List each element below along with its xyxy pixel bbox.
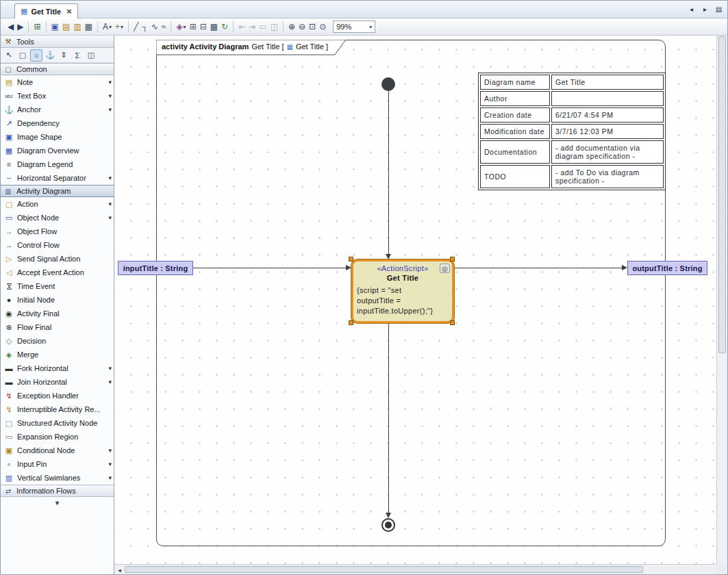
palette-item-note[interactable]: ▤Note▾ xyxy=(1,75,114,89)
dropdown-arrow-icon[interactable]: ▾ xyxy=(106,461,112,468)
palette-item-accept-event-action[interactable]: ◁Accept Event Action xyxy=(1,266,114,279)
palette-item-diagram-legend[interactable]: ≡Diagram Legend xyxy=(1,157,114,171)
palette-item-time-event[interactable]: ⋈Time Event xyxy=(1,279,114,293)
dropdown-arrow-icon[interactable]: ▾ xyxy=(106,365,112,372)
palette-item-object-flow[interactable]: →Object Flow xyxy=(1,225,114,238)
activity-final-node[interactable] xyxy=(381,518,395,532)
palette-item-image-shape[interactable]: ▣Image Shape xyxy=(1,130,114,144)
palette-item-interruptible-activity-re[interactable]: ↯Interruptible Activity Re... xyxy=(1,402,114,416)
sum-tool-button[interactable]: Σ xyxy=(71,49,84,62)
palette-item-fork-horizontal[interactable]: ▬Fork Horizontal▾ xyxy=(1,361,114,375)
horizontal-scrollbar[interactable]: ◂ xyxy=(114,564,716,574)
palette-item-activity-final[interactable]: ◉Activity Final xyxy=(1,307,114,320)
make-same-width-button[interactable]: ⇤ xyxy=(237,20,247,34)
dropdown-arrow-icon[interactable]: ▾ xyxy=(106,175,112,181)
palette-item-conditional-node[interactable]: ▣Conditional Node▾ xyxy=(1,444,114,457)
add-shape-button[interactable]: +▾ xyxy=(114,20,125,34)
palette-item-diagram-overview[interactable]: ▦Diagram Overview xyxy=(1,144,114,157)
zoom-level-select[interactable]: 99% ▾ xyxy=(333,21,375,33)
zoom-in-button[interactable]: ⊕ xyxy=(287,20,297,34)
make-same-height-button[interactable]: ⇥ xyxy=(247,20,257,34)
palette-item-input-pin[interactable]: ▫Input Pin▾ xyxy=(1,457,114,471)
dropdown-arrow-icon[interactable]: ▾ xyxy=(106,379,112,385)
scroll-left-icon[interactable]: ◂ xyxy=(115,565,124,574)
dropdown-arrow-icon[interactable]: ▾ xyxy=(106,106,112,113)
copy-button[interactable]: ▣ xyxy=(50,20,60,34)
scroll-tabs-left-button[interactable]: ◂ xyxy=(686,4,696,14)
action-node-get-title[interactable]: ◎ «ActionScript» Get Title {script = "se… xyxy=(351,259,454,323)
shadow-button[interactable]: ▩ xyxy=(209,20,219,34)
swimlane-tool-button[interactable]: ◫ xyxy=(85,49,97,62)
selection-handle[interactable] xyxy=(450,257,455,261)
snap-to-grid-button[interactable]: ⊟ xyxy=(199,20,208,34)
palette-item-send-signal-action[interactable]: ▷Send Signal Action xyxy=(1,252,114,266)
zoom-out-button[interactable]: ⊖ xyxy=(297,20,307,34)
tab-close-icon[interactable]: × xyxy=(66,6,72,16)
palette-item-exception-handler[interactable]: ↯Exception Handler xyxy=(1,389,114,402)
make-same-size-button[interactable]: ▭ xyxy=(258,20,268,34)
vertical-scroll-thumb[interactable] xyxy=(718,36,726,353)
palette-item-object-node[interactable]: ▭Object Node▾ xyxy=(1,211,114,225)
chevron-down-icon[interactable]: ▾ xyxy=(184,24,186,30)
output-pin-label[interactable]: outputTitle : String xyxy=(627,261,707,275)
zoom-fit-button[interactable]: ⊡ xyxy=(307,20,317,34)
dropdown-arrow-icon[interactable]: ▾ xyxy=(106,214,112,221)
selection-handle[interactable] xyxy=(450,320,455,325)
curved-line-button[interactable]: ∿ xyxy=(150,20,160,34)
dropdown-arrow-icon[interactable]: ▾ xyxy=(106,474,112,481)
palette-item-decision[interactable]: ◇Decision xyxy=(1,334,114,348)
paste-button[interactable]: ▤ xyxy=(61,20,71,34)
initial-node[interactable] xyxy=(381,77,395,91)
palette-item-expansion-region[interactable]: ▭Expansion Region xyxy=(1,430,114,444)
dropdown-arrow-icon[interactable]: ▾ xyxy=(106,92,112,99)
diagram-frame-header[interactable]: activity Activity Diagram Get Title [ ▦ … xyxy=(156,40,347,55)
palette-section-activity-diagram[interactable]: ▥Activity Diagram xyxy=(1,185,114,197)
palette-item-structured-activity-node[interactable]: ▢Structured Activity Node xyxy=(1,416,114,430)
straight-line-button[interactable]: ╱ xyxy=(132,20,140,34)
text-style-button[interactable]: A▾ xyxy=(101,20,113,34)
dropdown-arrow-icon[interactable]: ▾ xyxy=(106,201,112,207)
scroll-tabs-right-button[interactable]: ▸ xyxy=(700,4,710,14)
dropdown-arrow-icon[interactable]: ▾ xyxy=(106,79,112,86)
refresh-button[interactable]: ↻ xyxy=(220,20,229,34)
diagram-viewport[interactable]: activity Activity Diagram Get Title [ ▦ … xyxy=(114,36,716,564)
dropdown-arrow-icon[interactable]: ▾ xyxy=(106,447,112,454)
input-pin-label[interactable]: inputTitle : String xyxy=(118,261,193,275)
selection-handle[interactable] xyxy=(349,257,353,261)
palette-item-initial-node[interactable]: ●Initial Node xyxy=(1,293,114,307)
autosize-button[interactable]: ◫ xyxy=(269,20,279,34)
show-grid-button[interactable]: ⊞ xyxy=(188,20,198,34)
palette-section-information-flows[interactable]: ⇄Information Flows xyxy=(1,485,114,497)
palette-item-flow-final[interactable]: ⊗Flow Final xyxy=(1,320,114,334)
palette-item-text-box[interactable]: abcText Box▾ xyxy=(1,89,114,103)
selection-handle[interactable] xyxy=(349,320,353,325)
vertical-scrollbar[interactable] xyxy=(716,36,727,564)
back-button[interactable]: ◀ xyxy=(6,20,15,34)
object-flow-edge-input[interactable] xyxy=(193,268,346,268)
splined-line-button[interactable]: ≈ xyxy=(160,20,168,34)
palette-item-dependency[interactable]: ↗Dependency xyxy=(1,116,114,130)
palette-item-join-horizontal[interactable]: ▬Join Horizontal▾ xyxy=(1,375,114,389)
ellipse-tool-button[interactable]: ○ xyxy=(30,49,42,62)
appearance-button[interactable]: ◈▾ xyxy=(175,20,187,34)
forward-button[interactable]: ▶ xyxy=(16,20,25,34)
palette-item-horizontal-separator[interactable]: ┄Horizontal Separator▾ xyxy=(1,171,114,185)
palette-item-action[interactable]: ▢Action▾ xyxy=(1,197,114,211)
palette-item-control-flow[interactable]: →Control Flow xyxy=(1,238,114,252)
rectangle-tool-button[interactable]: ▢ xyxy=(16,49,29,62)
palette-scroll-down-button[interactable]: ▼ xyxy=(54,500,60,507)
rectilinear-line-button[interactable]: ┐ xyxy=(140,20,149,34)
palette-item-anchor[interactable]: ⚓Anchor▾ xyxy=(1,103,114,116)
anchor-tool-button[interactable]: ⚓ xyxy=(44,49,56,62)
paste-link-button[interactable]: ▥ xyxy=(72,20,82,34)
layers-button[interactable]: ▦ xyxy=(84,20,94,34)
diagram-info-table[interactable]: Diagram nameGet TitleAuthorCreation date… xyxy=(478,73,666,190)
palette-item-merge[interactable]: ◈Merge xyxy=(1,348,114,361)
horizontal-scroll-thumb[interactable] xyxy=(125,566,643,573)
control-flow-edge-action-to-final[interactable] xyxy=(388,323,389,513)
palette-section-common[interactable]: ▢Common xyxy=(1,63,114,75)
zoom-one-to-one-button[interactable]: ⊙ xyxy=(318,20,327,34)
palette-item-vertical-swimlanes[interactable]: ▥Vertical Swimlanes▾ xyxy=(1,471,114,485)
tab-get-title[interactable]: ▦ Get Title × xyxy=(14,3,78,18)
distribute-tool-button[interactable]: ⇕ xyxy=(58,49,70,62)
